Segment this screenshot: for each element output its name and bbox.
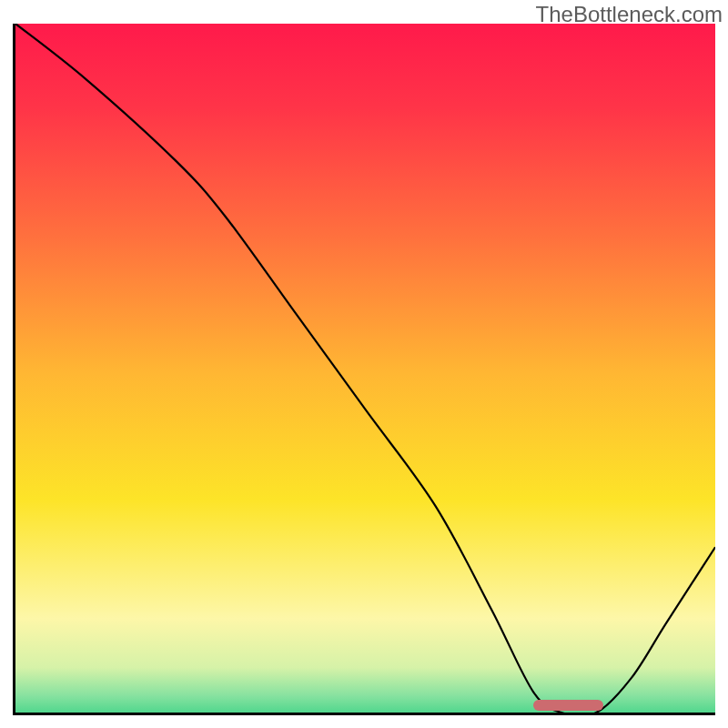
curve-svg [15, 24, 715, 713]
plot-area [13, 24, 715, 715]
bottleneck-curve-path [15, 24, 715, 715]
optimum-marker [533, 700, 603, 711]
watermark-text: TheBottleneck.com [536, 2, 723, 27]
chart-container: TheBottleneck.com [0, 0, 728, 728]
